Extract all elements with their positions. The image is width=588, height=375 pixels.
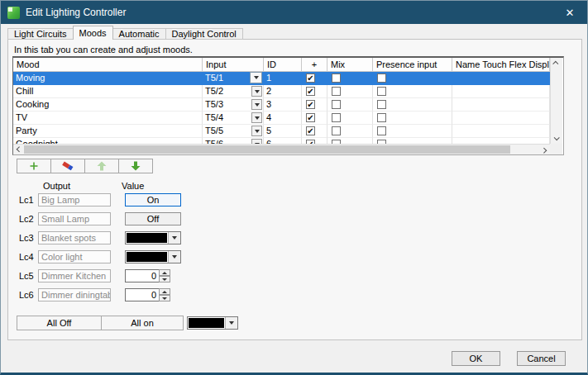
lc-label: Lc5 [19,271,34,281]
mood-row[interactable]: PartyT5/55✔ [13,125,550,138]
output-name-field: Small Lamp [38,212,111,225]
column-header[interactable]: Mix [327,58,373,72]
move-down-button[interactable] [118,159,153,173]
ok-button[interactable]: OK [452,351,500,366]
c-presence [373,138,452,144]
c-plus: ✔ [302,98,327,112]
input-dropdown[interactable] [251,126,262,136]
table-horizontal-scrollbar[interactable] [13,144,550,154]
spinner-value[interactable]: 0 [125,288,160,301]
spinner-down-icon[interactable] [159,276,170,282]
dimmer-spinner[interactable]: 0 [125,269,170,282]
horizontal-scrollbar-thumb[interactable] [24,145,510,154]
all-on-button[interactable]: All on [101,316,184,330]
input-cell: T5/5 [203,125,264,138]
input-dropdown[interactable] [251,86,262,97]
plus-checkbox[interactable]: ✔ [306,100,315,109]
chevron-down-icon [255,116,260,120]
triangle [162,272,167,274]
table-header-row: MoodInputID+MixPresence inputName Touch … [13,58,550,72]
spinner-buttons [160,288,170,301]
mix-checkbox[interactable] [332,113,341,122]
column-header[interactable]: + [302,58,327,72]
presence-input-checkbox[interactable] [377,113,386,122]
spinner-value[interactable]: 0 [125,269,160,282]
value-on-button[interactable]: On [125,193,181,206]
eraser-icon [62,161,74,171]
output-row: Lc3Blanket spots [8,231,581,245]
mix-checkbox[interactable] [332,126,341,135]
plus-checkbox[interactable]: ✔ [306,87,315,96]
tab-description: In this tab you can create and adjust mo… [14,45,193,55]
mood-cell: Goodnight [13,138,203,144]
cancel-button[interactable]: Cancel [517,351,566,366]
name-touch-flex-display-cell [452,85,550,98]
mix-checkbox[interactable] [332,100,341,109]
output-row: Lc6Dimmer diningtable0 [8,288,581,302]
presence-input-checkbox[interactable] [377,87,386,96]
presence-input-checkbox[interactable] [377,74,386,83]
mix-checkbox[interactable] [332,87,341,96]
mood-cell: Party [13,125,203,138]
scroll-left-icon[interactable] [13,145,24,155]
chevron-down-icon[interactable] [168,251,180,263]
column-header[interactable]: Presence input [373,58,452,72]
input-dropdown[interactable] [250,72,262,83]
scroll-up-icon[interactable] [551,58,562,69]
mood-row[interactable]: GoodnightT5/66✔ [13,138,550,144]
tab-content-moods: In this tab you can create and adjust mo… [7,39,582,340]
color-dropdown[interactable] [125,231,181,244]
move-up-button[interactable] [84,159,119,173]
table-vertical-scrollbar[interactable] [550,58,562,144]
table-body: MovingT5/11✔ChillT5/22✔CookingT5/33✔TVT5… [13,72,550,144]
presence-input-checkbox[interactable] [377,126,386,135]
value-off-button[interactable]: Off [125,212,181,225]
add-mood-button[interactable] [17,159,51,173]
column-header[interactable]: ID [264,58,302,72]
scroll-down-icon[interactable] [551,133,562,144]
mix-checkbox[interactable] [332,74,341,83]
presence-input-checkbox[interactable] [377,100,386,109]
tab-daylight-control[interactable]: Daylight Control [165,28,243,40]
c-mix [327,138,373,144]
edit-lighting-controller-dialog: Edit Lighting Controller ✕ Light Circuit… [0,0,588,375]
mood-row[interactable]: CookingT5/33✔ [13,98,550,112]
spinner-up-icon[interactable] [159,288,170,295]
spinner-up-icon[interactable] [159,269,170,276]
tab-light-circuits[interactable]: Light Circuits [7,28,74,40]
close-icon[interactable]: ✕ [552,1,587,24]
mood-row[interactable]: TVT5/44✔ [13,112,550,125]
chevron-down-icon [255,130,260,133]
input-dropdown[interactable] [251,112,262,123]
name-touch-flex-display-cell [452,112,550,125]
mood-row[interactable]: ChillT5/22✔ [13,85,550,98]
column-header[interactable]: Name Touch Flex Display [452,58,550,72]
column-header[interactable]: Input [203,58,264,72]
chevron-down-icon[interactable] [168,232,180,244]
dimmer-spinner[interactable]: 0 [125,288,170,301]
scroll-right-icon[interactable] [539,145,550,155]
triangle [162,297,167,300]
all-off-button[interactable]: All Off [17,316,102,330]
tab-automatic[interactable]: Automatic [112,28,166,40]
c-mix [327,112,373,125]
color-swatch [127,233,167,243]
id-cell: 4 [264,112,302,125]
tab-moods[interactable]: Moods [73,26,113,40]
c-mix [327,98,373,112]
chevron-down-icon[interactable] [225,317,237,329]
c-plus: ✔ [302,112,327,125]
spinner-down-icon[interactable] [159,295,170,301]
scrollbar-corner [550,144,562,154]
plus-checkbox[interactable]: ✔ [306,126,315,135]
c-mix [327,72,373,85]
all-bar: All Off All on [17,316,238,330]
input-dropdown[interactable] [251,99,262,110]
plus-checkbox[interactable]: ✔ [306,113,315,122]
all-color-dropdown[interactable] [187,316,238,330]
delete-mood-button[interactable] [50,159,85,173]
plus-checkbox[interactable]: ✔ [306,74,315,83]
color-dropdown[interactable] [125,250,181,263]
mood-row[interactable]: MovingT5/11✔ [13,72,550,85]
column-header[interactable]: Mood [13,58,203,72]
